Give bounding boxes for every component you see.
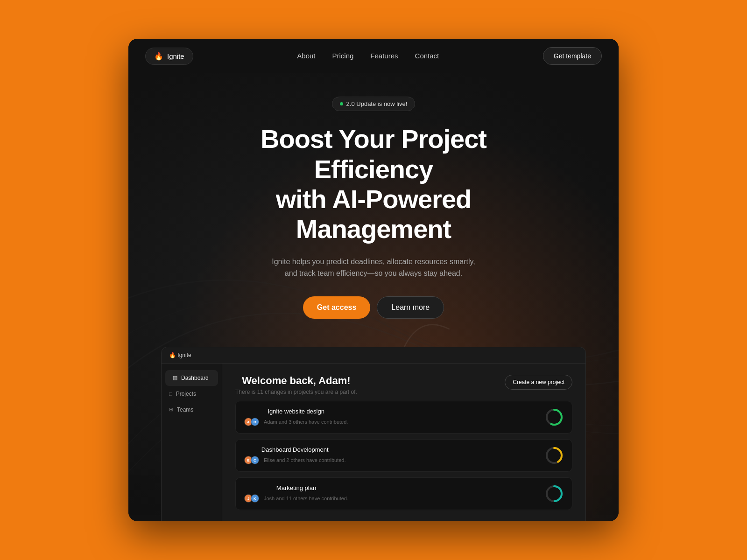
dash-sidebar: ▦ Dashboard □ Projects ⊞ Teams [162,364,222,521]
avatar: C [251,456,259,464]
circle-progress [545,408,564,427]
dash-welcome-subtitle: There is 11 changes in projects you are … [235,389,357,395]
badge-dot [340,102,343,105]
dash-title-text: 🔥 Ignite [169,352,191,358]
dashboard-icon: ▦ [173,375,177,381]
dash-welcome-title: Welcome back, Adam! [235,375,357,387]
teams-icon: ⊞ [169,406,173,413]
project-row: Ignite website design A B Adam and 3 oth… [235,401,572,434]
circle-progress [545,484,564,503]
nav-about[interactable]: About [297,52,315,60]
sidebar-dashboard-label: Dashboard [181,375,209,381]
avatars: A B [244,418,257,426]
hero-content: 2.0 Update is now live! Boost Your Proje… [147,97,600,319]
project-meta: A B Adam and 3 others have contributed. [244,418,348,426]
flame-icon: 🔥 [154,52,163,61]
hero-headline: Boost Your Project Efficiency with AI-Po… [210,124,537,245]
sidebar-item-dashboard[interactable]: ▦ Dashboard [165,370,218,386]
project-name: Marketing plan [244,484,348,491]
project-meta: E C Elise and 2 others have contributed. [244,456,346,464]
sidebar-item-teams[interactable]: ⊞ Teams [162,402,222,418]
dash-titlebar: 🔥 Ignite [162,347,585,364]
dash-body: ▦ Dashboard □ Projects ⊞ Teams [162,364,585,521]
badge-text: 2.0 Update is now live! [346,100,408,107]
nav-contact[interactable]: Contact [415,52,439,60]
sidebar-item-projects[interactable]: □ Projects [162,386,222,402]
project-contributors: Josh and 11 others have contributed. [264,496,348,501]
projects-icon: □ [169,391,172,397]
get-template-button[interactable]: Get template [543,47,602,65]
hero-subtext: Ignite helps you predict deadlines, allo… [266,256,481,280]
learn-more-button[interactable]: Learn more [377,296,444,319]
dash-header: Welcome back, Adam! There is 11 changes … [235,375,572,395]
logo-text: Ignite [167,52,184,60]
sidebar-projects-label: Projects [176,391,196,397]
sidebar-teams-label: Teams [177,406,193,413]
avatar: K [251,494,259,503]
avatars: J K [244,494,257,503]
nav-links: About Pricing Features Contact [297,52,439,60]
create-project-button[interactable]: Create a new project [505,375,572,390]
update-badge: 2.0 Update is now live! [332,97,416,111]
nav-features[interactable]: Features [370,52,398,60]
project-info: Ignite website design A B Adam and 3 oth… [244,408,348,426]
nav-pricing[interactable]: Pricing [332,52,353,60]
hero-buttons: Get access Learn more [147,296,600,319]
avatar: B [251,418,259,426]
project-info: Marketing plan J K Josh and 11 others ha… [244,484,348,503]
dash-main: Welcome back, Adam! There is 11 changes … [222,364,585,521]
get-access-button[interactable]: Get access [303,296,371,319]
dashboard-preview: 🔥 Ignite ▦ Dashboard □ Projects ⊞ Teams [161,347,586,521]
circle-progress [545,446,564,465]
project-contributors: Elise and 2 others have contributed. [264,457,346,463]
project-contributors: Adam and 3 others have contributed. [264,419,348,425]
navbar: 🔥 Ignite About Pricing Features Contact … [128,39,619,73]
avatars: E C [244,456,257,464]
dash-welcome-group: Welcome back, Adam! There is 11 changes … [235,375,357,395]
project-row: Marketing plan J K Josh and 11 others ha… [235,477,572,510]
project-name: Dashboard Development [244,446,346,453]
project-meta: J K Josh and 11 others have contributed. [244,494,348,503]
project-info: Dashboard Development E C Elise and 2 ot… [244,446,346,464]
hero-section: 2.0 Update is now live! Boost Your Proje… [128,73,619,521]
project-row: Dashboard Development E C Elise and 2 ot… [235,439,572,472]
browser-window: 🔥 Ignite About Pricing Features Contact … [128,39,619,521]
project-name: Ignite website design [244,408,348,415]
logo[interactable]: 🔥 Ignite [145,48,193,65]
